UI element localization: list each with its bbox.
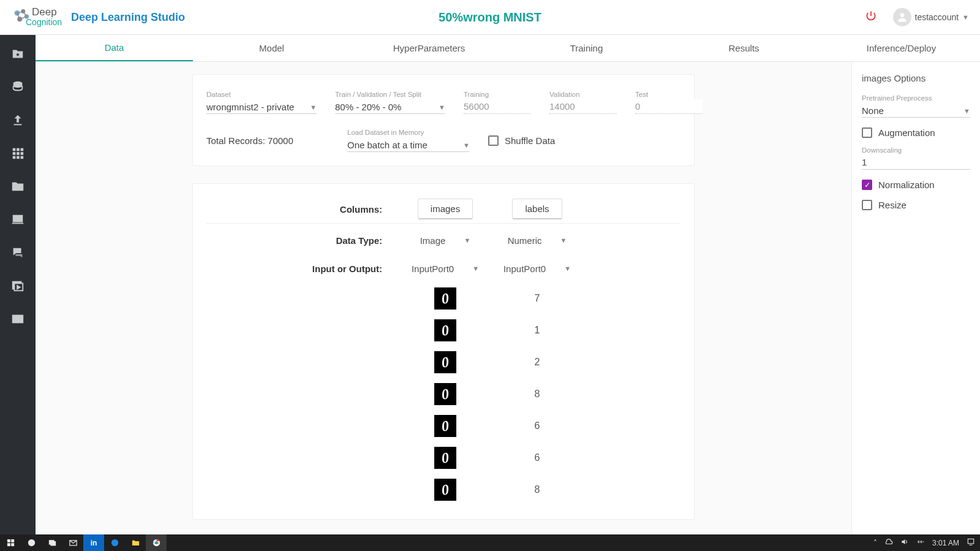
- tab-data[interactable]: Data: [36, 35, 193, 61]
- datatype-label: Data Type:: [206, 235, 399, 246]
- tab-results[interactable]: Results: [665, 35, 823, 61]
- rail-grid-icon[interactable]: [10, 145, 26, 161]
- data-row: 08: [206, 474, 680, 506]
- dataset-card: Dataset wrongmnist2 - private ▼ Train / …: [192, 74, 695, 166]
- chevron-down-icon: ▼: [472, 265, 479, 272]
- columns-card: Columns: images labels Data Type: Image▼…: [192, 183, 695, 520]
- validation-input[interactable]: [549, 99, 617, 114]
- checkbox-icon: [488, 135, 499, 146]
- normalization-label: Normalization: [878, 180, 935, 190]
- rail-upload-icon[interactable]: [10, 112, 26, 128]
- load-value: One batch at a time: [347, 140, 428, 150]
- tray-volume-icon[interactable]: [900, 538, 909, 548]
- project-title: 50%wrong MNIST: [439, 10, 541, 25]
- test-label: Test: [635, 91, 703, 98]
- linkedin-app-icon[interactable]: in: [83, 534, 104, 551]
- svg-rect-9: [17, 148, 20, 151]
- tab-model[interactable]: Model: [193, 35, 350, 61]
- chrome-app-icon[interactable]: [146, 534, 167, 551]
- data-row: 08: [206, 378, 680, 410]
- column-images-button[interactable]: images: [418, 199, 473, 219]
- resize-label: Resize: [878, 200, 907, 210]
- user-menu[interactable]: testaccount ▼: [893, 8, 970, 26]
- io-images-select[interactable]: InputPort0▼: [399, 264, 491, 274]
- svg-point-26: [28, 540, 34, 546]
- image-thumb: 0: [434, 287, 456, 310]
- app-title: Deep Learning Studio: [71, 11, 185, 24]
- tab-hyper[interactable]: HyperParameters: [350, 35, 508, 61]
- load-label: Load Dataset in Memory: [347, 129, 470, 136]
- main-scroll[interactable]: Dataset wrongmnist2 - private ▼ Train / …: [36, 62, 851, 534]
- load-select[interactable]: One batch at a time ▼: [347, 137, 470, 152]
- avatar-icon: [893, 8, 911, 26]
- image-thumb: 0: [434, 479, 456, 501]
- label-value: 7: [535, 293, 540, 304]
- svg-point-4: [900, 13, 904, 17]
- svg-rect-12: [17, 152, 20, 155]
- tray-network-icon[interactable]: [916, 538, 925, 548]
- label-value: 8: [535, 389, 540, 400]
- svg-rect-17: [13, 216, 23, 222]
- options-panel: images Options Pretrained Preprocess Non…: [851, 62, 980, 534]
- rail-video-icon[interactable]: [10, 278, 26, 294]
- tray-chevron-icon[interactable]: ˄: [873, 539, 877, 547]
- column-labels-button[interactable]: labels: [512, 199, 562, 219]
- data-row: 06: [206, 442, 680, 474]
- rail-mail-icon[interactable]: [10, 311, 26, 327]
- rail-database-icon[interactable]: [10, 79, 26, 95]
- label-value: 2: [535, 357, 540, 368]
- tab-training[interactable]: Training: [508, 35, 665, 61]
- rail-chat-icon[interactable]: [10, 245, 26, 260]
- power-icon[interactable]: [865, 10, 877, 25]
- tray-cloud-icon[interactable]: [884, 538, 893, 548]
- svg-rect-11: [13, 152, 16, 155]
- cortana-icon[interactable]: [21, 534, 42, 551]
- resize-checkbox[interactable]: Resize: [862, 200, 970, 210]
- chevron-down-icon: ▼: [564, 265, 571, 272]
- rail-projects-icon[interactable]: [10, 46, 26, 62]
- rail-folder-icon[interactable]: [10, 178, 26, 194]
- start-button[interactable]: [0, 534, 21, 551]
- svg-rect-7: [14, 124, 22, 125]
- image-thumb: 0: [434, 415, 456, 437]
- user-name: testaccount: [915, 12, 959, 22]
- dataset-value: wrongmnist2 - private: [206, 102, 294, 112]
- explorer-app-icon[interactable]: [125, 534, 146, 551]
- downscaling-input[interactable]: [862, 155, 970, 170]
- training-input[interactable]: [464, 99, 531, 114]
- chevron-down-icon: ▼: [439, 104, 445, 111]
- tray-time[interactable]: 3:01 AM: [932, 539, 959, 547]
- test-input[interactable]: [635, 99, 703, 114]
- augmentation-checkbox[interactable]: Augmentation: [862, 127, 970, 138]
- datatype-labels-select[interactable]: Numeric▼: [491, 235, 583, 246]
- datatype-images-select[interactable]: Image▼: [399, 235, 491, 246]
- total-records: Total Records: 70000: [206, 135, 329, 146]
- taskview-icon[interactable]: [42, 534, 62, 551]
- brand: Deep Cognition Deep Learning Studio: [11, 5, 185, 29]
- label-value: 8: [535, 484, 540, 495]
- data-row: 07: [206, 283, 680, 314]
- shuffle-checkbox[interactable]: Shuffle Data: [488, 135, 555, 146]
- tabs: Data Model HyperParameters Training Resu…: [36, 35, 980, 62]
- rail-laptop-icon[interactable]: [10, 211, 26, 227]
- tray-notifications-icon[interactable]: [967, 538, 975, 548]
- brand-word-deep: Deep: [32, 6, 57, 18]
- mail-app-icon[interactable]: [62, 534, 83, 551]
- split-select[interactable]: 80% - 20% - 0% ▼: [335, 99, 445, 114]
- chevron-down-icon: ▼: [464, 237, 470, 244]
- svg-rect-8: [13, 148, 16, 151]
- pretrained-select[interactable]: None ▼: [862, 103, 970, 118]
- svg-rect-15: [17, 156, 20, 159]
- tab-inference[interactable]: Inference/Deploy: [823, 35, 980, 61]
- chevron-down-icon: ▼: [962, 13, 969, 21]
- topbar-right: testaccount ▼: [865, 8, 970, 26]
- split-value: 80% - 20% - 0%: [335, 102, 401, 112]
- normalization-checkbox[interactable]: Normalization: [862, 180, 970, 190]
- chevron-down-icon: ▼: [463, 142, 470, 149]
- io-labels-select[interactable]: InputPort0▼: [491, 264, 583, 274]
- dataset-select[interactable]: wrongmnist2 - private ▼: [206, 99, 317, 114]
- options-title: images Options: [862, 73, 970, 83]
- svg-point-29: [111, 539, 118, 546]
- data-row: 01: [206, 314, 680, 346]
- edge-app-icon[interactable]: [104, 534, 125, 551]
